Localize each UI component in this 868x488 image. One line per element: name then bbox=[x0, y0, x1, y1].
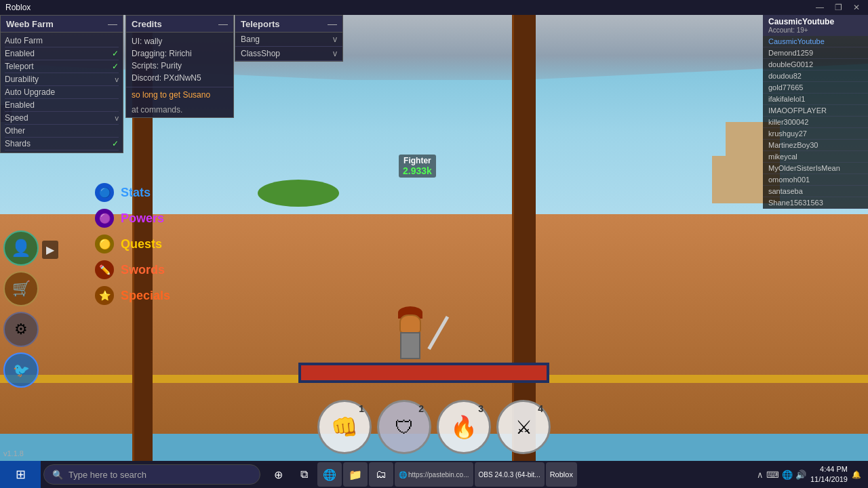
roblox-text: Roblox bbox=[550, 470, 573, 479]
powers-icon: 🟣 bbox=[95, 209, 114, 228]
credits-dragging: Dragging: Ririchi bbox=[132, 47, 228, 60]
tray-keyboard[interactable]: ⌨ bbox=[766, 470, 779, 480]
taskbar-chrome[interactable]: 🌐 bbox=[317, 462, 342, 487]
player-list-item: Shane15631563 bbox=[763, 197, 868, 209]
credits-message: so long to get Susano bbox=[132, 89, 228, 101]
player-list-items: CausmicYoutubeDemond1259doubleG0012doudo… bbox=[763, 36, 868, 209]
player-list-item: gold77665 bbox=[763, 82, 868, 94]
player-list-item: krushguy27 bbox=[763, 128, 868, 140]
credits-ui: UI: wally bbox=[132, 35, 228, 47]
specials-label: Specials bbox=[121, 289, 170, 303]
auto-upgrade-row: Auto Upgrade bbox=[5, 86, 119, 99]
taskbar-roblox[interactable]: Roblox bbox=[546, 462, 577, 487]
stats-label: Stats bbox=[121, 186, 151, 200]
player-list-item: IMAOOFPLAYER bbox=[763, 105, 868, 117]
clock-time: 4:44 PM bbox=[810, 464, 848, 474]
action-slot-2[interactable]: 2 🛡 bbox=[377, 400, 431, 454]
taskbar-obs[interactable]: OBS 24.0.3 (64-bit... bbox=[475, 462, 545, 487]
quests-label: Quests bbox=[121, 237, 162, 251]
search-icon: 🔍 bbox=[52, 470, 63, 480]
durability-row[interactable]: Durability v bbox=[5, 73, 119, 86]
taskbar-search[interactable]: 🔍 Type here to search bbox=[43, 464, 260, 485]
player-list-item: Demond1259 bbox=[763, 47, 868, 59]
shards-label: Shards bbox=[5, 139, 31, 148]
credits-scripts: Scripts: Purity bbox=[132, 60, 228, 72]
player-list-item: ifakifalelol1 bbox=[763, 94, 868, 105]
slot-4-num: 4 bbox=[538, 403, 543, 414]
titlebar-title: Roblox bbox=[5, 3, 813, 12]
shop-button[interactable]: 🛒 bbox=[3, 271, 39, 306]
game-icons-left: 👤 🛒 ⚙ 🐦 bbox=[3, 230, 39, 388]
close-btn[interactable]: ✕ bbox=[850, 3, 863, 12]
taskbar-cortana[interactable]: ⊕ bbox=[266, 462, 290, 487]
specials-icon: ⭐ bbox=[95, 286, 114, 305]
slot-3-icon: 🔥 bbox=[450, 414, 477, 440]
fighter-hp: 2.933k bbox=[403, 165, 432, 176]
weeb-panel-header: Weeb Farm — bbox=[1, 16, 123, 33]
auto-farm-label: Auto Farm bbox=[5, 36, 43, 45]
durability-arrow: v bbox=[115, 75, 119, 83]
action-slot-4[interactable]: 4 ⚔ bbox=[496, 400, 551, 454]
enabled-row[interactable]: Enabled ✓ bbox=[5, 47, 119, 60]
tray-network[interactable]: 🌐 bbox=[782, 470, 793, 480]
weeb-panel-close[interactable]: — bbox=[108, 18, 117, 29]
fighter-title: Fighter bbox=[403, 156, 432, 165]
player-list-item: CausmicYoutube bbox=[763, 36, 868, 47]
notification-icon[interactable]: 🔔 bbox=[852, 470, 861, 479]
weeb-panel-title: Weeb Farm bbox=[6, 19, 54, 29]
speed-row[interactable]: Speed v bbox=[5, 112, 119, 125]
speed-label: Speed bbox=[5, 113, 28, 123]
maximize-btn[interactable]: ❐ bbox=[832, 3, 845, 12]
teleport-bang[interactable]: Bang v bbox=[235, 33, 342, 47]
enabled-check: ✓ bbox=[112, 49, 119, 58]
credits-panel-title: Credits bbox=[132, 19, 162, 29]
clock-date: 11/14/2019 bbox=[810, 474, 848, 485]
action-slot-3[interactable]: 3 🔥 bbox=[437, 400, 491, 454]
weeb-farm-panel: Weeb Farm — Auto Farm Enabled ✓ Teleport… bbox=[0, 15, 123, 153]
taskbar-task-view[interactable]: ⧉ bbox=[292, 462, 316, 487]
teleport-check: ✓ bbox=[112, 62, 119, 71]
menu-powers[interactable]: 🟣 Powers bbox=[88, 205, 177, 231]
credits-panel-header: Credits — bbox=[126, 16, 233, 33]
menu-quests[interactable]: 🟡 Quests bbox=[88, 231, 177, 257]
taskbar-clock[interactable]: 4:44 PM 11/14/2019 bbox=[810, 464, 848, 485]
teleport-classshop[interactable]: ClassShop v bbox=[235, 47, 342, 61]
settings-button[interactable]: ⚙ bbox=[3, 312, 39, 347]
action-bar: 1 👊 2 🛡 3 🔥 4 ⚔ bbox=[317, 400, 551, 454]
browser-url-text: https://pastebin.co... bbox=[408, 471, 469, 479]
teleport-row[interactable]: Teleport ✓ bbox=[5, 60, 119, 73]
auto-upgrade-label: Auto Upgrade bbox=[5, 87, 55, 97]
taskbar-explorer[interactable]: 🗂 bbox=[369, 462, 393, 487]
teleports-panel-close[interactable]: — bbox=[328, 18, 337, 29]
swords-label: Swords bbox=[121, 263, 165, 277]
taskbar-right: ∧ ⌨ 🌐 🔊 4:44 PM 11/14/2019 🔔 bbox=[750, 464, 868, 485]
system-tray: ∧ ⌨ 🌐 🔊 bbox=[757, 470, 806, 480]
auto-farm-row: Auto Farm bbox=[5, 35, 119, 47]
menu-swords[interactable]: ✏️ Swords bbox=[88, 257, 177, 283]
nav-arrow[interactable]: ▶ bbox=[42, 241, 58, 259]
minimize-btn[interactable]: — bbox=[813, 3, 827, 12]
twitter-button[interactable]: 🐦 bbox=[3, 352, 39, 388]
powers-label: Powers bbox=[121, 211, 164, 226]
player-account: Account: 19+ bbox=[768, 26, 834, 34]
slot-2-num: 2 bbox=[418, 403, 424, 414]
menu-stats[interactable]: 🔵 Stats bbox=[88, 180, 177, 205]
durability-label: Durability bbox=[5, 75, 39, 84]
taskbar-browser-url[interactable]: 🌐 https://pastebin.co... bbox=[395, 462, 473, 487]
quests-icon: 🟡 bbox=[95, 235, 114, 253]
tray-arrow[interactable]: ∧ bbox=[757, 470, 764, 480]
credits-panel-close[interactable]: — bbox=[218, 18, 228, 29]
profile-button[interactable]: 👤 bbox=[3, 230, 39, 266]
taskbar-folder[interactable]: 📁 bbox=[343, 462, 368, 487]
player-list-item: doubleG0012 bbox=[763, 59, 868, 70]
taskbar: ⊞ 🔍 Type here to search ⊕ ⧉ 🌐 📁 🗂 🌐 http… bbox=[0, 461, 868, 488]
start-button[interactable]: ⊞ bbox=[0, 461, 41, 488]
shards-check: ✓ bbox=[112, 139, 119, 148]
shards-row[interactable]: Shards ✓ bbox=[5, 138, 119, 150]
action-slot-1[interactable]: 1 👊 bbox=[317, 400, 372, 454]
menu-specials[interactable]: ⭐ Specials bbox=[88, 283, 177, 308]
slot-4-icon: ⚔ bbox=[515, 416, 532, 439]
other-label: Other bbox=[5, 126, 25, 136]
player-list-item: santaseba bbox=[763, 186, 868, 197]
tray-volume[interactable]: 🔊 bbox=[795, 470, 806, 480]
